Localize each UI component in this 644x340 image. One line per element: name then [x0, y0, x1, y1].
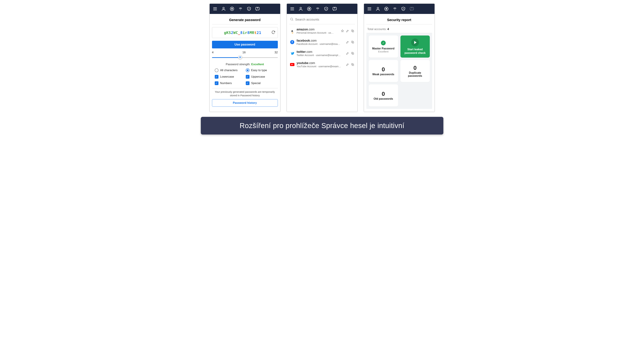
account-subtitle: Personal Amazon Account · us… [297, 31, 339, 34]
length-slider[interactable]: 4 16 32 [212, 51, 278, 60]
menu-icon[interactable] [290, 7, 294, 11]
copy-icon[interactable] [351, 63, 354, 66]
checkbox-checked-icon[interactable]: ✓ [215, 75, 218, 79]
youtube-icon [290, 62, 294, 67]
svg-point-6 [308, 8, 310, 10]
edit-icon[interactable] [346, 63, 349, 66]
history-note: Your previously generated passwords are … [212, 90, 278, 97]
shield-icon[interactable] [324, 7, 328, 11]
card-master-password[interactable]: ✓ Master Password Excellent [369, 36, 398, 58]
help-icon[interactable] [255, 7, 260, 11]
generated-password-value: gKS2WC_8ir8MRt21 [214, 31, 271, 35]
globe-icon[interactable] [384, 7, 389, 11]
wifi-icon[interactable] [392, 7, 397, 11]
help-icon[interactable] [332, 7, 337, 11]
search-icon [290, 17, 294, 22]
toolbar [287, 4, 357, 14]
generated-password-box: gKS2WC_8ir8MRt21 [212, 27, 278, 38]
account-subtitle: Facebook Account · username@exa… [297, 43, 344, 45]
svg-point-19 [386, 8, 387, 10]
option-special[interactable]: ✓ Special [246, 81, 275, 85]
radio-unchecked-icon[interactable] [215, 68, 218, 72]
option-easy-to-type[interactable]: Easy to type [246, 68, 275, 72]
copy-icon[interactable] [351, 29, 354, 33]
edit-icon[interactable] [346, 52, 349, 55]
toolbar [364, 4, 434, 14]
password-history-button[interactable]: Password history [212, 99, 278, 107]
option-lowercase[interactable]: ✓ Lowercase [215, 75, 244, 79]
option-uppercase[interactable]: ✓ Uppercase [246, 75, 275, 79]
edit-icon[interactable] [346, 40, 349, 44]
card-weak-passwords[interactable]: 0 Weak passwords [369, 60, 398, 82]
svg-point-4 [300, 7, 302, 9]
slider-min: 4 [212, 51, 214, 54]
globe-icon[interactable] [307, 7, 312, 11]
user-icon[interactable] [376, 7, 380, 11]
account-domain: facebook.com [297, 39, 344, 43]
checkbox-checked-icon[interactable]: ✓ [246, 81, 250, 85]
page-title: Security report [366, 16, 432, 24]
account-domain: amazon.com [297, 28, 339, 31]
accounts-panel: a amazon.com Personal Amazon Account · u… [286, 4, 358, 112]
account-row[interactable]: twitter.com Twitter Account · username@e… [289, 48, 355, 59]
menu-icon[interactable] [367, 7, 372, 11]
card-duplicate-passwords[interactable]: 0 Duplicate passwords [400, 60, 430, 82]
account-row[interactable]: youtube.com YouTube Account · username@e… [289, 59, 355, 70]
use-password-button[interactable]: Use password [212, 41, 278, 48]
regenerate-icon[interactable] [271, 30, 276, 35]
user-icon[interactable] [221, 7, 226, 11]
facebook-icon: f [290, 40, 294, 45]
total-accounts: Total accounts: 4 [366, 27, 432, 33]
copy-icon[interactable] [351, 52, 354, 55]
slider-mid: 16 [242, 51, 246, 54]
wifi-icon[interactable] [238, 7, 243, 11]
twitter-icon [290, 51, 294, 56]
account-row[interactable]: a amazon.com Personal Amazon Account · u… [289, 25, 355, 37]
account-domain: youtube.com [297, 61, 344, 65]
password-strength: Password strength: Excellent [212, 63, 278, 66]
account-domain: twitter.com [297, 50, 344, 54]
copy-icon[interactable] [351, 40, 354, 44]
shield-icon[interactable] [246, 7, 251, 11]
slider-handle[interactable] [238, 55, 242, 59]
account-subtitle: YouTube Account · username@exam… [297, 65, 344, 68]
search-row [289, 16, 355, 24]
account-row[interactable]: f facebook.com Facebook Account · userna… [289, 37, 355, 48]
option-all-characters[interactable]: All characters [215, 68, 244, 72]
account-list: a amazon.com Personal Amazon Account · u… [289, 25, 355, 70]
svg-point-8 [290, 18, 292, 20]
option-numbers[interactable]: ✓ Numbers [215, 81, 244, 85]
svg-point-0 [223, 7, 224, 9]
play-icon [411, 39, 419, 46]
checkbox-checked-icon[interactable]: ✓ [246, 75, 250, 79]
amazon-icon: a [290, 29, 294, 33]
radio-checked-icon[interactable] [246, 68, 250, 72]
menu-icon[interactable] [213, 7, 218, 11]
check-icon: ✓ [381, 41, 386, 45]
page-title: Generate password [212, 16, 278, 24]
checkbox-checked-icon[interactable]: ✓ [215, 81, 218, 85]
star-icon[interactable] [341, 29, 344, 33]
account-subtitle: Twitter Account · username@exampl… [297, 54, 344, 57]
card-start-leak-check[interactable]: Start leaked password check [400, 36, 430, 58]
security-report-panel: Security report Total accounts: 4 ✓ Mast… [364, 4, 435, 112]
wifi-icon[interactable] [315, 7, 320, 11]
shield-icon[interactable] [401, 7, 406, 11]
help-icon[interactable] [410, 7, 414, 11]
globe-icon[interactable] [230, 7, 234, 11]
caption-bar: Rozšíření pro prohlížeče Správce hesel j… [201, 117, 443, 134]
user-icon[interactable] [298, 7, 303, 11]
svg-point-17 [377, 7, 378, 9]
card-old-passwords[interactable]: 0 Old passwords [369, 84, 398, 106]
svg-point-2 [231, 8, 232, 10]
generator-panel: Generate password gKS2WC_8ir8MRt21 Use p… [209, 4, 280, 112]
search-input[interactable] [295, 18, 354, 21]
slider-max: 32 [274, 51, 278, 54]
edit-icon[interactable] [346, 29, 349, 33]
toolbar [210, 4, 280, 14]
